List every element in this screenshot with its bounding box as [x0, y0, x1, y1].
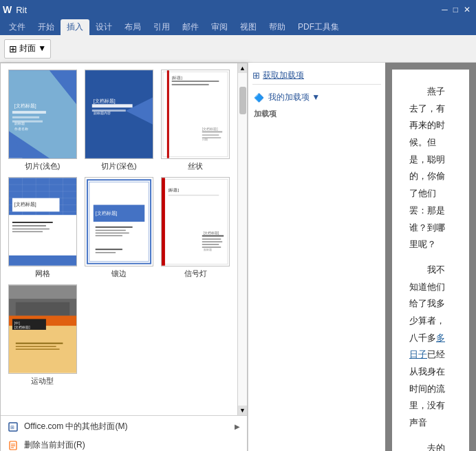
cover-label-sizhuan: 丝状 [188, 161, 203, 171]
svg-rect-21 [202, 134, 219, 135]
svg-rect-50 [96, 230, 126, 231]
cover-item-wangge[interactable]: [文档标题] 网格 [5, 175, 80, 281]
svg-rect-18 [172, 81, 219, 82]
svg-rect-4 [12, 116, 39, 118]
scrollbar: ▲ ▼ [237, 63, 247, 415]
cover-item-yundong[interactable]: [中] [文档标题] 运动型 [5, 282, 80, 388]
addins-panel: ⊞ 获取加载项 🔷 我的加载项 ▼ 加载项 [248, 63, 385, 451]
scroll-track [238, 73, 247, 406]
tab-review[interactable]: 审阅 [205, 19, 234, 35]
menu-item-delete-cover[interactable]: 删除当前封面(R) [1, 436, 247, 451]
tab-references[interactable]: 引用 [147, 19, 176, 35]
office-covers-arrow: ▶ [235, 423, 240, 430]
cover-button[interactable]: ⊞ 封面 ▼ [4, 39, 51, 59]
doc-area: 燕子去了，有再来的时候。但是，聪明的，你偷了他们罢：那是谁？到哪里呢？ 我不知道… [385, 63, 476, 451]
addins-header: ⊞ 获取加载项 [252, 67, 381, 85]
office-covers-icon: ⊞ [8, 421, 19, 432]
svg-rect-11 [92, 104, 133, 107]
svg-text:⊞: ⊞ [10, 425, 14, 430]
svg-text:副标题: 副标题 [14, 121, 24, 125]
menu-tab-row: 文件 开始 插入 设计 布局 引用 邮件 审阅 视图 帮助 PDF工具集 [0, 19, 476, 35]
ribbon: ⊞ 封面 ▼ [0, 35, 476, 63]
svg-text:[文档标题]: [文档标题] [202, 127, 218, 131]
addins-separator: 加载项 [252, 106, 381, 122]
svg-text:[文档标题]: [文档标题] [96, 211, 118, 216]
minimize-icon[interactable]: ─ [442, 5, 448, 14]
addins-item-my[interactable]: 🔷 我的加载项 ▼ [252, 89, 381, 106]
cover-label-qiepian-light: 切片(浅色) [25, 161, 60, 171]
cover-label: 封面 ▼ [19, 43, 46, 54]
tab-view[interactable]: 视图 [234, 19, 263, 35]
cover-item-qiepian-light[interactable]: [文档标题] 副标题 作者名称 切片(浅色) [5, 67, 80, 174]
svg-text:[文档标题]: [文档标题] [14, 202, 36, 207]
addins-grid-icon: ⊞ [252, 70, 260, 81]
scroll-up-btn[interactable]: ▲ [238, 63, 247, 73]
svg-rect-52 [96, 235, 122, 236]
cover-thumb-xiangbian: [文档标题] [85, 177, 153, 266]
cover-item-xiangbian[interactable]: [文档标题] 镶边 [81, 175, 156, 281]
app-header: W Rit ─ □ ✕ 文件 开始 插入 设计 布局 引用 邮件 审阅 视图 帮… [0, 0, 476, 35]
svg-rect-70 [15, 302, 69, 316]
tab-mailings[interactable]: 邮件 [176, 19, 205, 35]
svg-rect-59 [169, 195, 219, 196]
svg-rect-54 [96, 252, 116, 253]
scroll-down-btn[interactable]: ▼ [238, 406, 247, 415]
addins-my-label: 我的加载项 ▼ [268, 92, 320, 103]
close-icon[interactable]: ✕ [464, 5, 470, 14]
svg-rect-61 [202, 239, 221, 240]
maximize-icon[interactable]: □ [453, 5, 458, 14]
svg-rect-62 [202, 241, 222, 242]
menu-item-office-covers-label: Office.com 中的其他封面(M) [24, 421, 127, 432]
svg-rect-39 [12, 222, 53, 223]
cover-dropdown: [文档标题] 副标题 作者名称 切片(浅色) [0, 63, 248, 451]
covers-grid: [文档标题] 副标题 作者名称 切片(浅色) [1, 63, 237, 392]
svg-text:作者名称: 作者名称 [13, 127, 28, 131]
svg-rect-43 [9, 255, 76, 266]
svg-rect-76 [15, 343, 63, 344]
cover-label-wangge: 网格 [35, 269, 50, 279]
addins-section-label: 加载项 [254, 109, 277, 118]
covers-grid-wrap: [文档标题] 副标题 作者名称 切片(浅色) [1, 63, 237, 415]
addins-puzzle-icon: 🔷 [254, 93, 264, 103]
svg-text:[文档标题]: [文档标题] [14, 325, 30, 329]
menu-item-office-covers[interactable]: ⊞ Office.com 中的其他封面(M) ▶ [1, 417, 247, 436]
tab-file[interactable]: 文件 [3, 19, 32, 35]
cover-label-xinhao: 信号灯 [184, 269, 207, 279]
cover-item-qiepian-dark[interactable]: [文档标题] 副标题内容 切片(深色) [81, 67, 156, 174]
cover-label-xiangbian: 镶边 [111, 269, 127, 279]
cover-thumb-yundong: [中] [文档标题] [8, 284, 77, 374]
delete-cover-icon [8, 440, 19, 451]
svg-text:[文档标题]: [文档标题] [14, 103, 36, 109]
cover-thumb-xinhao: [标题] [文档标题] 副标题 [161, 177, 230, 266]
cover-item-sizhuan[interactable]: [标题] [文档标题] 日期 丝状 [158, 67, 233, 174]
tab-help[interactable]: 帮助 [263, 19, 292, 35]
tab-pdf[interactable]: PDF工具集 [292, 19, 345, 35]
tab-design[interactable]: 设计 [89, 19, 118, 35]
tab-layout[interactable]: 布局 [118, 19, 147, 35]
svg-rect-51 [96, 233, 129, 233]
svg-rect-3 [12, 111, 46, 114]
svg-rect-53 [96, 249, 122, 250]
tab-home[interactable]: 开始 [32, 19, 61, 35]
svg-rect-57 [162, 178, 165, 265]
svg-text:日期: 日期 [202, 138, 208, 141]
svg-rect-49 [96, 227, 133, 228]
tab-insert[interactable]: 插入 [61, 19, 89, 35]
cover-thumb-sizhuan: [标题] [文档标题] 日期 [161, 70, 230, 159]
svg-rect-20 [202, 132, 222, 133]
svg-text:[文档标题]: [文档标题] [204, 231, 219, 235]
cover-thumb-wangge: [文档标题] [8, 177, 77, 266]
scroll-thumb[interactable] [239, 87, 246, 114]
doc-page: 燕子去了，有再来的时候。但是，聪明的，你偷了他们罢：那是谁？到哪里呢？ 我不知道… [392, 70, 469, 451]
cover-item-xinhao[interactable]: [标题] [文档标题] 副标题 [158, 175, 233, 281]
addins-get-label[interactable]: 获取加载项 [263, 70, 304, 81]
svg-text:[文档标题]: [文档标题] [94, 98, 116, 104]
cover-label-qiepian-dark: 切片(深色) [101, 161, 136, 171]
title-bar: W Rit ─ □ ✕ [0, 0, 476, 19]
doc-para-2: 我不知道他们给了我多少算者，八千多多日子已经从我身在时间的流里，没有声音 [409, 262, 452, 432]
svg-rect-15 [162, 70, 229, 158]
cover-icon: ⊞ [9, 43, 17, 54]
svg-rect-17 [167, 70, 169, 158]
right-content: ⊞ 获取加载项 🔷 我的加载项 ▼ 加载项 燕子去了，有再来的时候。但是，聪明的… [248, 63, 476, 451]
svg-text:副标题: 副标题 [204, 248, 212, 251]
